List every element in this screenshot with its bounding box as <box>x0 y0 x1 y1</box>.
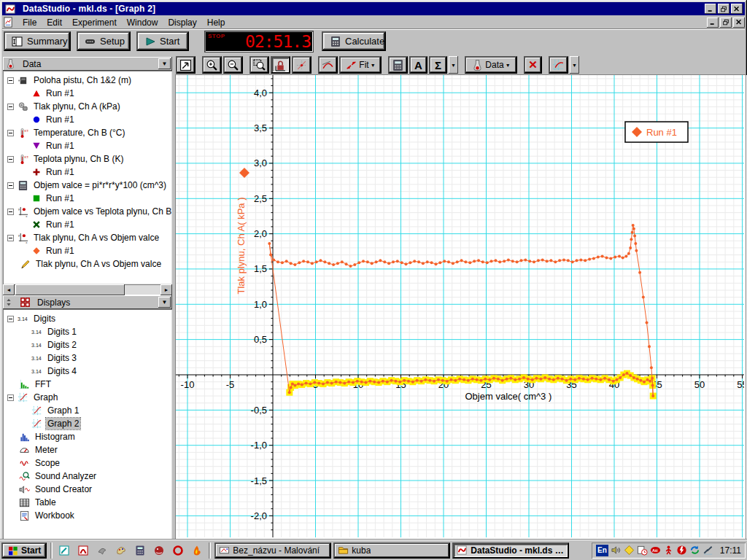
tray-boltcircle-icon[interactable] <box>676 545 688 556</box>
scroll-right-button[interactable]: ► <box>160 284 172 295</box>
task-button[interactable]: kuba <box>333 542 450 559</box>
minimize-button[interactable] <box>705 4 716 14</box>
menu-edit[interactable]: Edit <box>42 16 67 29</box>
legend[interactable]: Run #1 <box>625 122 688 142</box>
display-tree-item-graph-1[interactable]: Graph 1 <box>3 404 172 417</box>
collapse-toggle[interactable] <box>7 235 14 241</box>
graph-settings-button[interactable] <box>549 56 568 74</box>
tray-bolt-icon[interactable] <box>702 545 714 556</box>
menu-file[interactable]: File <box>18 16 42 29</box>
close-button[interactable] <box>731 4 743 14</box>
graph-canvas[interactable]: -10-55101520253035404550554,03,53,02,52,… <box>176 75 744 537</box>
mdi-minimize-button[interactable] <box>707 18 719 28</box>
data-run-item[interactable]: Run #1 <box>3 192 172 205</box>
tray-figure-icon[interactable] <box>662 545 675 556</box>
collapse-toggle[interactable] <box>7 156 14 163</box>
calculate-button[interactable]: Calculate <box>322 31 386 51</box>
quick-launch-fire-icon[interactable] <box>189 542 205 559</box>
collapse-toggle[interactable] <box>7 316 14 322</box>
display-tree-item-sound-creator[interactable]: Sound Creator <box>3 483 172 496</box>
display-tree-item-workbook[interactable]: Workbook <box>3 509 172 522</box>
display-tree-item-digits-3[interactable]: 3.14Digits 3 <box>3 351 172 365</box>
display-tree-item-histogram[interactable]: Histogram <box>3 430 172 443</box>
menu-window[interactable]: Window <box>122 16 163 29</box>
display-tree-item-sound-analyzer[interactable]: Sound Analyzer <box>3 470 172 483</box>
display-tree-item-digits[interactable]: 3.14Digits <box>3 312 172 325</box>
display-tree-item-digits-4[interactable]: 3.14Digits 4 <box>3 365 172 378</box>
scale-to-fit-button[interactable] <box>176 56 196 74</box>
mdi-close-button[interactable] <box>733 18 745 28</box>
data-tree-item[interactable]: KTDTemperature, Ch B (°C) <box>3 126 172 139</box>
tray-arrows-icon[interactable] <box>689 545 701 556</box>
display-tree-item-digits-1[interactable]: 3.14Digits 1 <box>3 325 172 338</box>
tray-diamondtray-icon[interactable] <box>623 545 635 556</box>
tray-ati-icon[interactable]: Ati <box>649 545 662 556</box>
calculate-tool-button[interactable] <box>388 56 408 74</box>
scroll-left-button[interactable]: ◄ <box>3 284 15 295</box>
statistics-button[interactable]: Σ <box>429 56 447 74</box>
summary-button[interactable]: Summary <box>4 31 71 51</box>
menu-experiment[interactable]: Experiment <box>67 16 122 29</box>
document-icon[interactable] <box>2 17 15 28</box>
task-button[interactable]: DataStudio - mkl.ds - ... <box>452 542 569 559</box>
start-button[interactable]: Start <box>136 31 189 51</box>
data-tree-item[interactable]: Tlak plynu, Ch A vs Objem valce <box>3 257 172 271</box>
data-tree-item[interactable]: yxObjem valce vs Teplota plynu, Ch B <box>3 205 172 218</box>
data-tree-item[interactable]: Poloha pistu, Ch 1&2 (m) <box>3 74 172 87</box>
data-tree-item[interactable]: KTDTeplota plynu, Ch B (K) <box>3 152 172 166</box>
collapse-toggle[interactable] <box>7 130 14 136</box>
plot-area[interactable]: -10-55101520253035404550554,03,53,02,52,… <box>176 75 746 539</box>
data-tree-item[interactable]: Tlak plynu, Ch A (kPa) <box>3 100 172 113</box>
quick-launch-notes-icon[interactable] <box>56 542 72 559</box>
display-tree-item-scope[interactable]: Scope <box>3 456 172 470</box>
display-tree-item-table[interactable]: Table <box>3 496 172 509</box>
slope-tool-button[interactable] <box>292 56 311 74</box>
collapse-toggle[interactable] <box>7 394 14 401</box>
quick-launch-dragon-icon[interactable] <box>151 542 167 559</box>
zoom-select-button[interactable] <box>249 56 269 74</box>
data-tree-hscrollbar[interactable]: ◄ ► <box>3 284 172 295</box>
data-panel-header[interactable]: Data ▼ <box>3 57 172 71</box>
setup-button[interactable]: Setup <box>77 31 131 51</box>
tray-speaker-icon[interactable] <box>610 545 622 556</box>
display-tree-item-meter[interactable]: Meter <box>3 443 172 456</box>
text-annotation-button[interactable]: A <box>409 56 427 74</box>
collapse-toggle[interactable] <box>7 104 14 110</box>
menu-display[interactable]: Display <box>163 16 201 29</box>
display-tree-item-digits-2[interactable]: 3.14Digits 2 <box>3 338 172 351</box>
mdi-restore-button[interactable] <box>720 18 732 28</box>
data-tree-item[interactable]: yxTlak plynu, Ch A vs Objem valce <box>3 231 172 244</box>
display-tree-item-graph-2[interactable]: Graph 2 <box>3 417 172 430</box>
restore-button[interactable] <box>718 4 729 14</box>
collapse-toggle[interactable] <box>7 77 14 84</box>
menu-help[interactable]: Help <box>202 16 231 29</box>
smart-tool-button[interactable] <box>271 56 290 74</box>
data-run-item[interactable]: Run #1 <box>3 87 172 100</box>
data-run-item[interactable]: Run #1 <box>3 139 172 152</box>
data-run-item[interactable]: Run #1 <box>3 113 172 126</box>
quick-launch-opera-icon[interactable] <box>170 542 186 559</box>
quick-launch-acrobat-icon[interactable] <box>75 542 91 559</box>
fit-menu-button[interactable]: Fit ▼ <box>339 56 382 74</box>
display-tree-item-fft[interactable]: FFT <box>3 378 172 391</box>
collapse-toggle[interactable] <box>7 209 14 215</box>
data-run-item[interactable]: Run #1 <box>3 166 172 179</box>
quick-launch-paint-icon[interactable] <box>113 542 129 559</box>
zoom-in-button[interactable] <box>202 56 222 74</box>
collapse-toggle[interactable] <box>7 182 14 189</box>
tangent-tool-button[interactable] <box>318 56 338 74</box>
data-run-item[interactable]: Run #1 <box>3 244 172 257</box>
zoom-out-button[interactable] <box>223 56 243 74</box>
data-menu-button[interactable]: Data ▼ <box>465 56 517 74</box>
task-button[interactable]: Bez_názvu - Malování <box>214 542 331 559</box>
displays-panel-header[interactable]: Displays ▼ <box>3 295 172 309</box>
statistics-dropdown-button[interactable]: ▼ <box>449 56 458 74</box>
data-run-item[interactable]: Run #1 <box>3 218 172 231</box>
quick-launch-bird-icon[interactable] <box>94 542 110 559</box>
quick-launch-calcq-icon[interactable] <box>132 542 148 559</box>
display-tree-item-graph[interactable]: Graph <box>3 391 172 404</box>
scrollbar-thumb[interactable] <box>15 284 125 295</box>
displays-panel-dropdown-button[interactable]: ▼ <box>158 297 171 308</box>
data-tree-item[interactable]: Objem valce = pi*r*r*y*100 (cm^3) <box>3 179 172 192</box>
keyboard-layout-indicator[interactable]: En <box>596 545 608 556</box>
